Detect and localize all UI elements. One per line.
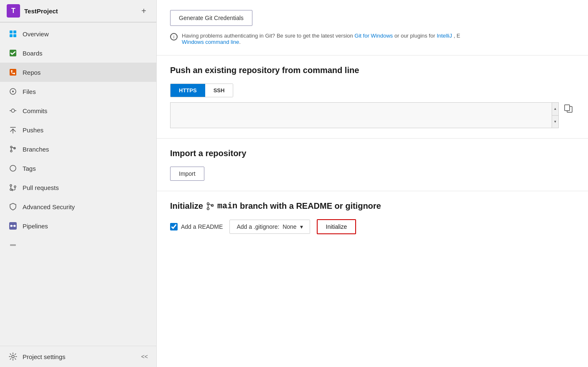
import-button[interactable]: Import [170, 167, 204, 181]
sidebar-item-label: Boards [23, 50, 43, 57]
pull-requests-icon [8, 183, 18, 192]
svg-rect-31 [565, 105, 570, 111]
add-readme-label[interactable]: Add a README [170, 223, 223, 230]
project-name: TestProject [24, 8, 58, 15]
svg-point-9 [12, 91, 14, 92]
sidebar-project: T TestProject [7, 4, 58, 18]
sidebar-item-pull-requests[interactable]: Pull requests [0, 178, 156, 197]
intellij-link[interactable]: IntelliJ [437, 33, 452, 39]
svg-rect-28 [10, 244, 16, 246]
tags-icon [8, 164, 18, 173]
scroll-down-arrow[interactable]: ▼ [552, 116, 558, 128]
initialize-section-title: Initialize main branch with a README or … [170, 201, 575, 211]
initialize-section: Initialize main branch with a README or … [157, 191, 588, 244]
svg-point-6 [11, 70, 13, 72]
repos-icon [8, 68, 18, 77]
protocol-tab-bar: HTTPS SSH [170, 84, 233, 97]
code-area-container: ▲ ▼ [170, 102, 559, 128]
svg-rect-5 [10, 69, 16, 76]
sidebar-item-label: Branches [23, 146, 49, 153]
svg-point-16 [10, 150, 12, 152]
sidebar-item-label: Project settings [23, 353, 66, 360]
branches-icon [8, 144, 18, 154]
svg-point-10 [11, 109, 15, 112]
project-icon: T [7, 4, 20, 18]
advanced-security-icon [8, 202, 18, 211]
scrollbar-arrows: ▲ ▼ [552, 103, 558, 128]
git-for-windows-link[interactable]: Git for Windows [354, 33, 393, 39]
initialize-button[interactable]: Initialize [317, 219, 356, 234]
generate-git-button[interactable]: Generate Git Credentials [170, 10, 252, 26]
overview-icon [8, 29, 18, 38]
svg-rect-1 [13, 30, 16, 33]
svg-point-25 [10, 225, 13, 227]
initialize-controls: Add a README Add a .gitignore: None ▾ In… [170, 219, 575, 234]
branch-icon [206, 201, 215, 210]
sidebar-item-label: Pull requests [23, 184, 59, 191]
windows-command-line-link[interactable]: Windows command line [182, 39, 239, 45]
svg-rect-2 [10, 34, 13, 37]
svg-point-33 [207, 208, 209, 210]
info-row: i Having problems authenticating in Git?… [170, 33, 575, 45]
sidebar-item-pushes[interactable]: Pushes [0, 120, 156, 139]
scroll-up-arrow[interactable]: ▲ [552, 103, 558, 116]
sidebar-item-label: Commits [23, 107, 47, 114]
sidebar-item-project-settings[interactable]: Project settings << [0, 346, 156, 367]
sidebar-item-files[interactable]: Files [0, 82, 156, 101]
commits-icon [8, 106, 18, 115]
push-section-title: Push an existing repository from command… [170, 66, 575, 75]
sidebar-item-boards[interactable]: Boards [0, 43, 156, 63]
sidebar-item-branches[interactable]: Branches [0, 139, 156, 159]
code-textarea[interactable] [171, 103, 552, 128]
svg-point-29 [12, 355, 14, 358]
gitignore-dropdown[interactable]: Add a .gitignore: None ▾ [229, 220, 310, 234]
sidebar: T TestProject + Overview [0, 0, 157, 367]
more-icon [8, 240, 18, 250]
sidebar-item-advanced-security[interactable]: Advanced Security [0, 197, 156, 216]
tab-https[interactable]: HTTPS [171, 84, 205, 97]
import-section: Import a repository Import [157, 139, 588, 191]
info-icon: i [170, 33, 178, 40]
sidebar-item-label: Overview [23, 30, 49, 38]
collapse-icon[interactable]: << [141, 353, 148, 360]
add-project-button[interactable]: + [138, 5, 150, 18]
files-icon [8, 87, 18, 96]
sidebar-item-commits[interactable]: Commits [0, 101, 156, 120]
pipelines-icon [8, 221, 18, 230]
generate-git-section: Generate Git Credentials i Having proble… [157, 0, 588, 56]
sidebar-header: T TestProject + [0, 0, 156, 22]
sidebar-item-repos[interactable]: Repos [0, 63, 156, 82]
sidebar-item-more[interactable] [0, 235, 156, 255]
svg-point-26 [14, 225, 16, 227]
gitignore-label: Add a .gitignore: None [237, 223, 296, 230]
boards-icon [8, 48, 18, 58]
settings-icon [8, 352, 18, 361]
main-content: Generate Git Credentials i Having proble… [157, 0, 588, 367]
sidebar-nav: Overview Boards Repos [0, 23, 156, 346]
copy-code-button[interactable] [562, 102, 575, 115]
sidebar-item-label: Tags [23, 165, 36, 172]
add-readme-checkbox[interactable] [170, 223, 178, 230]
pushes-icon [8, 125, 18, 134]
svg-point-20 [10, 185, 12, 186]
chevron-down-icon: ▾ [300, 223, 303, 230]
code-area-wrapper: ▲ ▼ [170, 102, 575, 128]
sidebar-item-label: Pushes [23, 127, 43, 134]
info-text: Having problems authenticating in Git? B… [182, 33, 460, 45]
sidebar-item-label: Advanced Security [23, 203, 75, 210]
sidebar-footer: Project settings << [0, 346, 156, 367]
push-section: Push an existing repository from command… [157, 56, 588, 139]
import-section-title: Import a repository [170, 149, 575, 158]
sidebar-item-label: Repos [23, 69, 41, 76]
tab-ssh[interactable]: SSH [205, 84, 233, 97]
sidebar-item-pipelines[interactable]: Pipelines [0, 216, 156, 235]
svg-rect-0 [10, 30, 13, 33]
sidebar-item-label: Pipelines [23, 223, 48, 230]
sidebar-item-tags[interactable]: Tags [0, 159, 156, 178]
svg-rect-3 [13, 34, 16, 37]
svg-point-19 [10, 165, 16, 171]
sidebar-item-overview[interactable]: Overview [0, 24, 156, 43]
sidebar-item-label: Files [23, 88, 36, 95]
branch-name: main [217, 201, 237, 211]
add-readme-text: Add a README [181, 223, 223, 230]
